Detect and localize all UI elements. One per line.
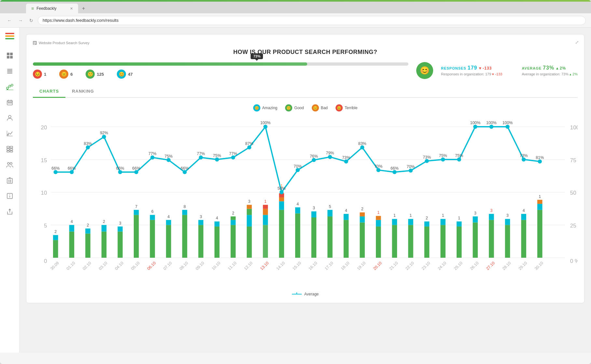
svg-point-193	[441, 158, 445, 162]
svg-text:12.10: 12.10	[243, 261, 254, 271]
svg-text:87%: 87%	[245, 141, 254, 146]
svg-rect-157	[489, 214, 494, 220]
back-button[interactable]: ←	[5, 17, 14, 24]
sidebar-item-building[interactable]	[3, 173, 17, 188]
svg-rect-119	[295, 207, 300, 214]
sidebar-item-analytics[interactable]	[3, 126, 17, 141]
app-container: ⤢ Website Product Search Survey HOW IS O…	[0, 28, 591, 353]
tabs-row: CHARTS RANKING	[33, 85, 578, 98]
survey-label-text: Website Product Search Survey	[39, 41, 89, 45]
average-line-indicator	[292, 294, 302, 294]
sidebar-item-calendar[interactable]	[3, 95, 17, 110]
svg-text:2: 2	[361, 207, 364, 211]
svg-text:66%: 66%	[68, 166, 76, 171]
sidebar-item-export[interactable]	[3, 204, 17, 219]
svg-rect-128	[344, 214, 349, 220]
svg-point-176	[167, 158, 171, 162]
sidebar-item-team[interactable]	[3, 158, 17, 172]
svg-rect-108	[263, 215, 268, 225]
svg-text:30.10: 30.10	[534, 261, 544, 271]
url-text: https://www.dash.feedbackly.com/results	[43, 18, 118, 23]
browser-tab-active[interactable]: ≡ Feedbackly ✕	[26, 4, 78, 13]
svg-text:75%: 75%	[455, 153, 463, 158]
svg-rect-34	[10, 151, 13, 152]
legend-amazing: 😊 Amazing	[253, 104, 278, 111]
sidebar-item-user[interactable]	[3, 111, 17, 125]
svg-point-194	[457, 158, 461, 162]
sidebar-item-chart[interactable]	[3, 80, 17, 94]
forward-button[interactable]: →	[16, 17, 25, 24]
sidebar-item-widget[interactable]	[3, 142, 17, 156]
legend-label-terrible: Terrible	[345, 106, 357, 110]
svg-rect-87	[166, 220, 171, 225]
svg-text:6: 6	[151, 209, 154, 214]
sidebar-logo[interactable]	[5, 33, 14, 42]
sidebar-item-info[interactable]	[3, 189, 17, 203]
face-amazing: 😊	[117, 70, 126, 79]
svg-rect-32	[10, 149, 13, 150]
svg-point-169	[54, 170, 58, 174]
svg-text:8: 8	[184, 204, 186, 209]
svg-rect-93	[198, 220, 203, 225]
average-stat: AVERAGE 73% ▴ 2% Average in organization…	[522, 65, 578, 76]
svg-text:3: 3	[474, 211, 476, 215]
progress-fill	[33, 62, 307, 66]
svg-point-195	[473, 125, 477, 129]
nav-bar: ← → ↻ https://www.dash.feedbackly.com/re…	[0, 13, 591, 28]
tab-close-button[interactable]: ✕	[70, 6, 73, 11]
new-tab-button[interactable]: +	[79, 4, 88, 13]
reload-button[interactable]: ↻	[27, 17, 35, 24]
svg-point-196	[489, 125, 493, 129]
average-sub: Average in organization: 73% ▴ 2%	[522, 72, 578, 76]
svg-text:83%: 83%	[84, 141, 92, 146]
svg-text:1: 1	[393, 213, 396, 218]
tab-charts[interactable]: CHARTS	[33, 85, 65, 98]
svg-text:73%: 73%	[520, 153, 528, 158]
svg-rect-72	[85, 228, 90, 234]
svg-rect-162	[521, 220, 526, 258]
svg-rect-113	[279, 201, 284, 210]
svg-rect-7	[7, 69, 12, 70]
legend-label-good: Good	[294, 106, 304, 110]
svg-rect-100	[231, 216, 236, 220]
svg-text:02.10: 02.10	[82, 261, 92, 271]
svg-text:26.10: 26.10	[469, 261, 480, 271]
svg-text:50 %: 50 %	[570, 190, 578, 196]
svg-text:4: 4	[216, 216, 218, 220]
survey-card: ⤢ Website Product Search Survey HOW IS O…	[26, 34, 584, 303]
svg-text:75%: 75%	[165, 154, 173, 159]
svg-rect-8	[7, 70, 12, 71]
svg-text:70%: 70%	[374, 164, 382, 169]
svg-point-185	[312, 158, 316, 162]
legend-good: 🙂 Good	[285, 104, 304, 111]
svg-rect-3	[7, 53, 9, 55]
svg-rect-125	[327, 210, 333, 216]
svg-text:1: 1	[539, 194, 541, 199]
sidebar-item-grid[interactable]	[3, 48, 17, 63]
svg-text:01.10: 01.10	[66, 261, 76, 271]
svg-rect-22	[8, 102, 9, 103]
svg-text:66%: 66%	[116, 166, 124, 171]
svg-rect-5	[7, 56, 9, 58]
svg-text:2: 2	[232, 211, 234, 215]
tab-ranking[interactable]: RANKING	[65, 85, 101, 98]
url-bar[interactable]: https://www.dash.feedbackly.com/results	[38, 16, 586, 25]
svg-point-183	[280, 190, 283, 194]
svg-text:81%: 81%	[536, 155, 544, 160]
sidebar-item-list[interactable]	[3, 64, 17, 78]
svg-rect-1	[5, 35, 14, 37]
svg-rect-92	[198, 225, 203, 258]
svg-rect-124	[327, 216, 333, 258]
svg-point-35	[7, 162, 9, 164]
svg-rect-84	[150, 215, 155, 220]
svg-rect-136	[376, 216, 381, 220]
svg-text:18.10: 18.10	[340, 261, 350, 271]
svg-text:0 %: 0 %	[570, 258, 578, 264]
svg-point-191	[409, 169, 413, 173]
svg-point-189	[377, 168, 380, 172]
svg-rect-141	[408, 225, 413, 258]
legend-label-bad: Bad	[321, 106, 328, 110]
expand-icon[interactable]: ⤢	[575, 40, 579, 45]
svg-point-197	[505, 125, 509, 129]
svg-rect-78	[117, 227, 123, 232]
